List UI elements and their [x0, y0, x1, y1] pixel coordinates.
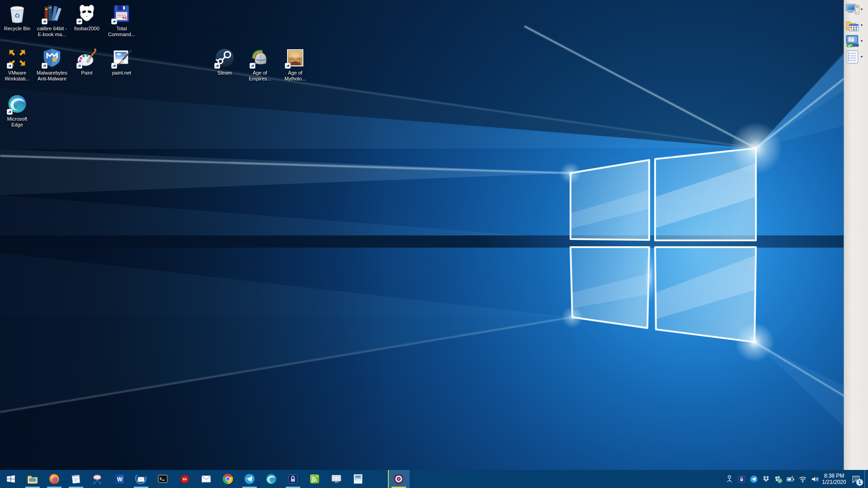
desktop-icon-steam[interactable]: Steam	[208, 47, 242, 76]
desktop-icon-vmware[interactable]: VMwareWorkstati...	[0, 47, 34, 82]
taskbar-rss-reader[interactable]: ★	[304, 470, 326, 488]
rss-reader-icon: ★	[309, 473, 321, 485]
desktop-icon-paint-net[interactable]: paint.net	[104, 47, 139, 76]
taskbar-command-prompt[interactable]	[152, 470, 174, 488]
clock-date: 1/21/2020	[822, 479, 846, 485]
sidebar-item-programs-folder[interactable]: ▾	[844, 17, 868, 33]
svg-text:W: W	[117, 476, 123, 483]
desktop-icon-recycle-bin[interactable]: ♻ Recycle Bin	[0, 3, 34, 32]
shortcut-arrow-icon	[7, 109, 13, 115]
desktop-icon-foobar2000[interactable]: foobar2000	[70, 3, 104, 32]
command-prompt-icon	[157, 473, 169, 485]
sidebar-item-quick-launch-list[interactable]: ▾	[844, 49, 868, 65]
steam-icon	[214, 47, 236, 69]
age-of-mythology-icon	[284, 47, 306, 69]
taskbar-clock[interactable]: 8:38 PM 1/21/2020	[821, 470, 847, 488]
shortcut-arrow-icon	[42, 63, 47, 69]
battery-icon	[786, 475, 795, 483]
desktop-icon-microsoft-edge[interactable]: MicrosoftEdge	[0, 93, 34, 128]
edge-icon	[265, 473, 277, 485]
taskbar-keepass[interactable]	[282, 470, 304, 488]
taskbar-firefox[interactable]	[43, 470, 65, 488]
foobar2000-icon	[76, 3, 98, 24]
show-desktop-button[interactable]	[864, 470, 868, 488]
desktop-icon-calibre[interactable]: calibre 64bit -E-book ma...	[35, 3, 69, 38]
dropbox-icon	[762, 475, 770, 483]
wifi-icon	[798, 475, 807, 483]
desktop-icon-total-commander[interactable]: 64 TotalCommand...	[104, 3, 139, 38]
clock-time: 8:38 PM	[824, 473, 844, 479]
chevron-down-icon[interactable]: ▾	[861, 39, 863, 43]
tray-usb-device[interactable]	[723, 470, 736, 488]
tray-wifi[interactable]	[797, 470, 809, 488]
taskbar-image-viewer[interactable]	[347, 470, 369, 488]
security-check-icon	[774, 475, 783, 483]
corner-glow	[560, 162, 581, 184]
corner-glow	[730, 122, 782, 174]
telegram-tray-icon	[750, 475, 758, 483]
taskbar-monitor-utility[interactable]	[326, 470, 347, 488]
taskbar-telegram[interactable]	[239, 470, 260, 488]
corner-glow	[735, 322, 774, 362]
shortcut-arrow-icon	[111, 19, 117, 24]
desktop-side-toolbar: ▾ ▾ ▾	[844, 0, 868, 470]
total-commander-icon: 64	[111, 3, 132, 24]
taskbar-edge[interactable]	[260, 470, 282, 488]
file-explorer-icon	[27, 473, 38, 485]
vmware-icon	[6, 47, 28, 69]
svg-text:★: ★	[316, 475, 318, 478]
telegram-icon	[244, 473, 255, 485]
desktop-icon-label: TotalCommand...	[104, 26, 139, 38]
usb-icon	[725, 475, 734, 483]
taskbar-buttons: W 64	[22, 470, 410, 488]
desktop-icon-malwarebytes[interactable]: MalwarebytesAnti-Malware	[35, 47, 69, 82]
svg-text:64: 64	[123, 15, 127, 20]
keepass-tray-icon	[737, 475, 746, 483]
tray-keepass[interactable]	[736, 470, 748, 488]
control-panel-icon	[845, 34, 860, 48]
system-tray: 8:38 PM 1/21/2020 1	[723, 470, 868, 488]
chevron-down-icon[interactable]: ▾	[861, 23, 863, 27]
age-of-empires-icon	[249, 47, 271, 69]
taskbar-windows-live-mail[interactable]	[130, 470, 152, 488]
action-center-button[interactable]: 1	[847, 470, 864, 488]
shortcut-arrow-icon	[76, 63, 82, 69]
sidebar-item-control-panel[interactable]: ▾	[844, 33, 868, 49]
start-button[interactable]	[0, 470, 22, 488]
desktop-icon-age-of-empires[interactable]: Age ofEmpires...	[243, 47, 277, 82]
tray-volume[interactable]	[809, 470, 821, 488]
taskbar-file-explorer[interactable]	[22, 470, 43, 488]
desktop-icon-label: calibre 64bit -E-book ma...	[35, 26, 69, 38]
taskbar-media-player-active[interactable]	[388, 470, 410, 488]
tray-battery[interactable]	[784, 470, 797, 488]
taskbar-irfanview[interactable]: 64	[174, 470, 195, 488]
image-viewer-icon	[352, 473, 364, 485]
snipping-tool-icon	[92, 473, 104, 485]
tray-security-check[interactable]	[772, 470, 784, 488]
taskbar-chrome[interactable]	[217, 470, 239, 488]
desktop-icon-label: VMwareWorkstati...	[0, 70, 34, 82]
sidebar-item-my-computer[interactable]: ▾	[844, 1, 868, 17]
microsoft-edge-icon	[6, 93, 28, 115]
desktop-icon-age-of-mythology[interactable]: Age ofMytholo...	[278, 47, 312, 82]
mail-icon	[200, 473, 212, 485]
chrome-icon	[222, 473, 234, 485]
chevron-down-icon[interactable]: ▾	[861, 7, 863, 11]
tray-dropbox[interactable]	[760, 470, 772, 488]
desktop-icon-label: foobar2000	[70, 26, 104, 32]
paint-net-icon	[111, 47, 132, 69]
desktop-icon-label: MalwarebytesAnti-Malware	[35, 70, 69, 82]
corner-glow	[561, 306, 583, 328]
taskbar: W 64	[0, 470, 868, 488]
windows-desktop: ♻ Recycle Bin calibre 64bit -E-book ma..…	[0, 0, 868, 488]
tray-telegram[interactable]	[748, 470, 760, 488]
taskbar-notepad[interactable]	[65, 470, 87, 488]
word-icon: W	[113, 473, 125, 485]
desktop-icon-paint[interactable]: Paint	[70, 47, 104, 76]
chevron-down-icon[interactable]: ▾	[861, 55, 863, 59]
taskbar-mail[interactable]	[195, 470, 217, 488]
desktop-icon-label: paint.net	[104, 70, 139, 76]
windows-live-mail-icon	[135, 473, 147, 485]
taskbar-snipping-tool[interactable]	[87, 470, 108, 488]
taskbar-word[interactable]: W	[108, 470, 130, 488]
